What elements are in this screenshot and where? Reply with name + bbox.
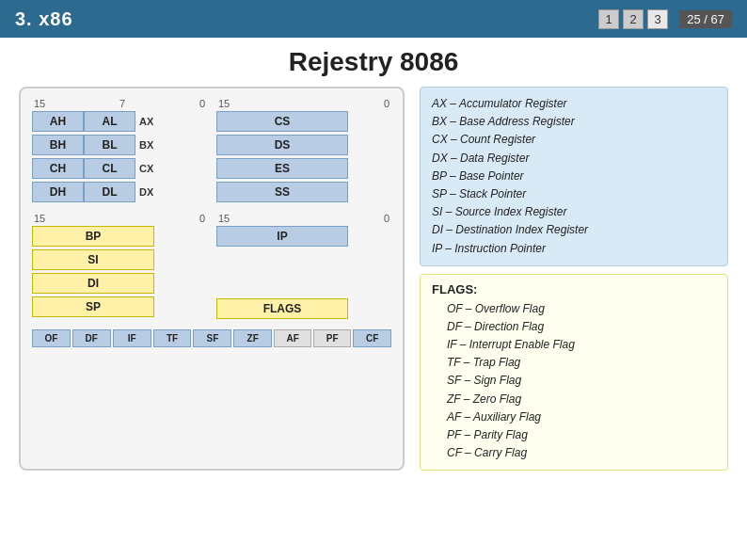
content-area: 15 7 0 AH AL AX BH BL BX bbox=[19, 87, 728, 471]
reg-dl: DL bbox=[84, 182, 135, 202]
seg-header-15: 15 bbox=[218, 98, 230, 109]
reg-row-ss: SS bbox=[216, 182, 391, 202]
reg-desc-bp: BP – Base Pointer bbox=[432, 168, 716, 185]
reg-row-flags: FLAGS bbox=[216, 249, 391, 319]
header: 3. x86 1 2 3 25 / 67 bbox=[0, 0, 747, 38]
flag-cf: CF bbox=[353, 329, 391, 347]
reg-bp: BP bbox=[32, 226, 154, 247]
page-title: Rejestry 8086 bbox=[19, 47, 728, 77]
reg-desc-dx: DX – Data Register bbox=[432, 150, 716, 168]
reg-section-1: 15 7 0 AH AL AX BH BL BX bbox=[32, 98, 391, 205]
reg-row-bp: BP bbox=[32, 226, 207, 247]
reg-row-cx: CH CL CX bbox=[32, 158, 207, 179]
flag-desc-cf: CF – Carry Flag bbox=[432, 444, 716, 462]
ip-flags-group: 15 0 IP FLAGS bbox=[216, 213, 391, 322]
flag-of: OF bbox=[32, 329, 71, 347]
header-nav: 1 2 3 25 / 67 bbox=[598, 9, 732, 29]
reg-ah: AH bbox=[32, 111, 84, 132]
flags-description: FLAGS: OF – Overflow Flag DF – Direction… bbox=[420, 274, 728, 472]
flag-if: IF bbox=[113, 329, 151, 347]
reg-desc-sp: SP – Stack Pointer bbox=[432, 185, 716, 203]
flag-desc-zf: ZF – Zero Flag bbox=[432, 391, 716, 408]
info-panel: AX – Accumulator Register BX – Base Addr… bbox=[420, 87, 728, 471]
reg-dx-label: DX bbox=[139, 186, 158, 198]
ip-header-0: 0 bbox=[384, 213, 389, 224]
reg-ss: SS bbox=[216, 182, 348, 202]
ptr-header-0: 0 bbox=[199, 213, 205, 224]
flag-desc-df: DF – Direction Flag bbox=[432, 318, 716, 336]
reg-bx-label: BX bbox=[139, 139, 158, 151]
register-diagram: 15 7 0 AH AL AX BH BL BX bbox=[19, 87, 405, 471]
flag-sf: SF bbox=[193, 329, 231, 347]
flag-zf: ZF bbox=[233, 329, 272, 347]
nav-box-1[interactable]: 1 bbox=[598, 9, 619, 29]
reg-desc-cx: CX – Count Register bbox=[432, 131, 716, 149]
flag-pf-gap: PF bbox=[313, 329, 351, 347]
reg-ip: IP bbox=[216, 226, 348, 247]
ptr-header-15: 15 bbox=[34, 213, 45, 224]
flag-desc-tf: TF – Trap Flag bbox=[432, 354, 716, 372]
reg-row-di: DI bbox=[32, 273, 207, 294]
reg-di: DI bbox=[32, 273, 154, 294]
flag-tf: TF bbox=[153, 329, 192, 347]
nav-box-3[interactable]: 3 bbox=[647, 9, 668, 29]
ip-header-15: 15 bbox=[218, 213, 230, 224]
ptr-reg-header: 15 0 bbox=[32, 213, 207, 224]
reg-ds: DS bbox=[216, 135, 348, 155]
reg-row-bx: BH BL BX bbox=[32, 135, 207, 155]
reg-row-ax: AH AL AX bbox=[32, 111, 207, 132]
reg-row-es: ES bbox=[216, 158, 391, 179]
general-reg-group: 15 7 0 AH AL AX BH BL BX bbox=[32, 98, 207, 205]
gen-reg-header: 15 7 0 bbox=[32, 98, 207, 109]
reg-row-dx: DH DL DX bbox=[32, 182, 207, 202]
reg-row-ip: IP bbox=[216, 226, 391, 247]
reg-row-cs: CS bbox=[216, 111, 391, 132]
reg-desc-bx: BX – Base Address Register bbox=[432, 113, 716, 131]
reg-es: ES bbox=[216, 158, 348, 179]
reg-desc-ax: AX – Accumulator Register bbox=[432, 95, 716, 113]
gen-header-15: 15 bbox=[34, 98, 45, 109]
reg-ch: CH bbox=[32, 158, 84, 179]
reg-bl: BL bbox=[84, 135, 135, 155]
reg-desc-di: DI – Destination Index Register bbox=[432, 221, 716, 239]
flag-desc-if: IF – Interrupt Enable Flag bbox=[432, 336, 716, 354]
reg-ax-label: AX bbox=[139, 116, 158, 127]
reg-si: SI bbox=[32, 249, 154, 270]
reg-row-sp: SP bbox=[32, 296, 207, 317]
reg-dh: DH bbox=[32, 182, 84, 202]
reg-row-si: SI bbox=[32, 249, 207, 270]
flag-desc-af: AF – Auxiliary Flag bbox=[432, 408, 716, 426]
reg-row-ds: DS bbox=[216, 135, 391, 155]
seg-header-0: 0 bbox=[384, 98, 389, 109]
flags-row: OF DF IF TF SF ZF AF PF CF bbox=[32, 329, 391, 347]
pointer-reg-group: 15 0 BP SI DI SP bbox=[32, 213, 207, 322]
seg-reg-header: 15 0 bbox=[216, 98, 391, 109]
reg-al: AL bbox=[84, 111, 135, 132]
flag-desc-sf: SF – Sign Flag bbox=[432, 372, 716, 390]
reg-sp: SP bbox=[32, 296, 154, 317]
reg-desc-si: SI – Source Index Register bbox=[432, 203, 716, 221]
ipflags-reg-header: 15 0 bbox=[216, 213, 391, 224]
registers-description: AX – Accumulator Register BX – Base Addr… bbox=[420, 87, 728, 266]
flag-df: DF bbox=[72, 329, 111, 347]
nav-box-2[interactable]: 2 bbox=[623, 9, 644, 29]
header-title: 3. x86 bbox=[15, 8, 73, 30]
gen-header-0: 0 bbox=[199, 98, 205, 109]
reg-bh: BH bbox=[32, 135, 84, 155]
flag-af-gap: AF bbox=[274, 329, 311, 347]
nav-progress: 25 / 67 bbox=[679, 10, 732, 28]
flag-desc-pf: PF – Parity Flag bbox=[432, 426, 716, 444]
reg-flags: FLAGS bbox=[216, 298, 348, 319]
gen-header-7: 7 bbox=[119, 98, 125, 109]
main-content: Rejestry 8086 15 7 0 AH AL AX bbox=[0, 38, 747, 478]
reg-section-2: 15 0 BP SI DI SP bbox=[32, 213, 391, 322]
reg-cl: CL bbox=[84, 158, 135, 179]
flags-title: FLAGS: bbox=[432, 282, 716, 296]
reg-cx-label: CX bbox=[139, 163, 158, 174]
segment-reg-group: 15 0 CS DS ES SS bbox=[216, 98, 391, 205]
flag-desc-of: OF – Overflow Flag bbox=[432, 300, 716, 318]
reg-desc-ip: IP – Instruction Pointer bbox=[432, 240, 716, 258]
reg-cs: CS bbox=[216, 111, 348, 132]
